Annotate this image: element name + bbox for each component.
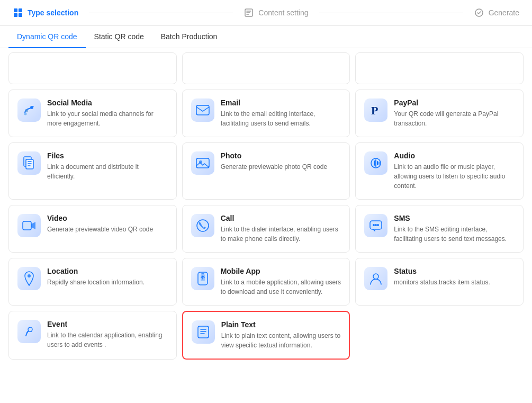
svg-rect-0 (14, 8, 17, 12)
card-desc-5: Link to an audio file or music player, a… (394, 162, 515, 191)
card-desc-2: Your QR code will generate a PayPal tran… (394, 109, 515, 128)
card-files[interactable]: FilesLink a document and distribute it e… (8, 142, 177, 200)
card-content-4: PhotoGenerate previewable photo QR code (221, 151, 341, 172)
tab-batch-production[interactable]: Batch Production (152, 26, 226, 48)
card-content-0: Social MediaLink to your social media ch… (47, 98, 168, 128)
stepper: Type selection Content setting Generate (0, 0, 532, 26)
step-generate[interactable]: Generate (474, 7, 519, 18)
partial-card-1[interactable] (8, 52, 177, 84)
svg-rect-1 (19, 8, 22, 12)
event-icon (17, 320, 41, 343)
card-audio[interactable]: AudioLink to an audio file or music play… (355, 142, 524, 200)
card-title-6: Video (47, 214, 168, 222)
card-title-3: Files (47, 151, 168, 160)
location-icon (17, 267, 41, 290)
svg-point-22 (377, 224, 379, 226)
card-location[interactable]: LocationRapidly share location informati… (8, 258, 177, 306)
card-content-2: PayPalYour QR code will generate a PayPa… (394, 98, 515, 128)
card-content-3: FilesLink a document and distribute it e… (47, 151, 168, 181)
card-content-13: Plain TextLink to plain text content, al… (221, 320, 341, 350)
video-icon (17, 214, 41, 237)
tab-static-qr[interactable]: Static QR code (86, 26, 152, 48)
partial-card-3[interactable] (355, 52, 524, 84)
card-status[interactable]: Statusmonitors status,tracks item status… (355, 258, 524, 306)
card-desc-10: Link to a mobile application, allowing u… (221, 277, 341, 297)
card-title-12: Event (47, 320, 168, 328)
partial-row (8, 52, 524, 84)
svg-rect-28 (198, 326, 209, 338)
svg-point-8 (30, 106, 33, 109)
card-content-10: Mobile AppLink to a mobile application, … (221, 267, 341, 297)
tab-dynamic-qr[interactable]: Dynamic QR code (8, 26, 86, 48)
card-title-11: Status (394, 267, 515, 275)
files-icon (17, 151, 41, 175)
partial-card-2[interactable] (182, 52, 350, 84)
card-title-1: Email (221, 98, 341, 107)
svg-point-23 (28, 274, 31, 277)
svg-rect-10 (196, 105, 209, 115)
svg-point-26 (373, 274, 378, 279)
card-desc-8: Link to the SMS editing interface, facil… (394, 225, 515, 244)
card-desc-7: Link to the dialer interface, enabling u… (221, 225, 341, 244)
cards-grid: Social MediaLink to your social media ch… (8, 89, 524, 360)
call-icon (191, 214, 214, 237)
card-photo[interactable]: PhotoGenerate previewable photo QR code (182, 142, 350, 200)
svg-rect-14 (196, 158, 209, 168)
step-content-setting[interactable]: Content setting (244, 7, 308, 18)
svg-point-9 (24, 113, 27, 115)
step-type-selection[interactable]: Type selection (13, 7, 78, 18)
card-content-8: SMSLink to the SMS editing interface, fa… (394, 214, 515, 244)
paypal-icon: P (364, 98, 387, 122)
card-desc-13: Link to plain text content, allowing use… (221, 331, 341, 350)
card-paypal[interactable]: PPayPalYour QR code will generate a PayP… (355, 89, 524, 137)
card-video[interactable]: VideoGenerate previewable video QR code (8, 205, 177, 253)
card-mobile-app[interactable]: Mobile AppLink to a mobile application, … (182, 258, 350, 306)
sms-icon (364, 214, 387, 237)
svg-rect-17 (23, 221, 31, 230)
card-desc-6: Generate previewable video QR code (47, 225, 168, 234)
card-call[interactable]: CallLink to the dialer interface, enabli… (182, 205, 350, 253)
status-icon (364, 267, 387, 290)
step-generate-label: Generate (489, 8, 519, 17)
card-social-media[interactable]: Social MediaLink to your social media ch… (8, 89, 177, 137)
card-title-10: Mobile App (221, 267, 341, 275)
card-title-5: Audio (394, 151, 515, 160)
card-content-6: VideoGenerate previewable video QR code (47, 214, 168, 234)
svg-text:P: P (371, 104, 378, 117)
photo-icon (191, 151, 214, 175)
card-desc-12: Link to the calendar application, enabli… (47, 330, 168, 350)
card-content-12: EventLink to the calendar application, e… (47, 320, 168, 350)
svg-point-21 (375, 224, 377, 226)
card-desc-11: monitors status,tracks item status. (394, 277, 515, 287)
email-icon (191, 98, 214, 122)
card-content-9: LocationRapidly share location informati… (47, 267, 168, 287)
card-desc-9: Rapidly share location information. (47, 277, 168, 287)
tabs: Dynamic QR code Static QR code Batch Pro… (0, 26, 532, 48)
step-content-setting-label: Content setting (258, 8, 308, 17)
social-media-icon (17, 98, 41, 122)
svg-rect-13 (26, 159, 33, 169)
card-event[interactable]: EventLink to the calendar application, e… (8, 311, 177, 360)
svg-point-7 (25, 109, 28, 112)
card-plain-text[interactable]: Plain TextLink to plain text content, al… (182, 311, 350, 360)
card-sms[interactable]: SMSLink to the SMS editing interface, fa… (355, 205, 524, 253)
plain-text-icon (192, 320, 215, 344)
audio-icon (364, 151, 387, 175)
card-title-7: Call (221, 214, 341, 222)
card-desc-4: Generate previewable photo QR code (221, 162, 341, 172)
card-email[interactable]: EmailLink to the email editing interface… (182, 89, 350, 137)
step-generate-icon (474, 7, 484, 18)
stepper-line-2 (319, 13, 463, 13)
svg-point-27 (28, 327, 32, 332)
mobile-app-icon (191, 267, 214, 290)
card-title-8: SMS (394, 214, 515, 222)
card-title-2: PayPal (394, 98, 515, 107)
svg-point-18 (197, 220, 209, 231)
card-title-9: Location (47, 267, 168, 275)
svg-point-20 (373, 224, 375, 226)
card-content-11: Statusmonitors status,tracks item status… (394, 267, 515, 287)
card-title-0: Social Media (47, 98, 168, 107)
step-type-selection-label: Type selection (28, 8, 78, 17)
card-desc-3: Link a document and distribute it effici… (47, 162, 168, 181)
card-grid-container: Social MediaLink to your social media ch… (0, 48, 532, 368)
